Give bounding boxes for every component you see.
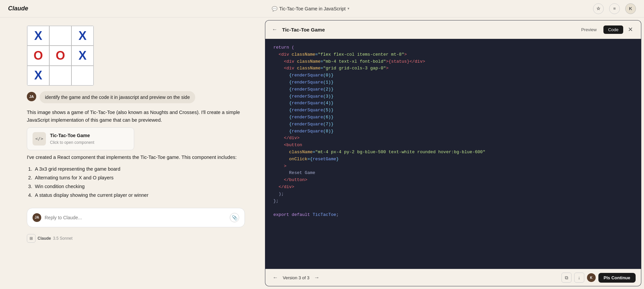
code-line: <div className="mb-4 text-xl font-bold">… (273, 58, 633, 65)
close-panel-button[interactable]: ✕ (625, 24, 636, 35)
code-line: </button> (273, 177, 633, 184)
rp-header-left: ← Tic-Tac-Toe Game (271, 25, 325, 34)
list-item: Win condition checking (34, 182, 245, 191)
right-panel-footer: ← Version 3 of 3 → ⧉ ↓ K Pls Continue (265, 269, 641, 286)
reply-avatar: JA (33, 213, 41, 222)
ttt-cell: X (71, 46, 94, 65)
ttt-cell: O (49, 46, 71, 65)
code-card-title: Tic-Tac-Toe Game (50, 132, 94, 139)
code-line: > (273, 163, 633, 170)
list-item: A status display showing the current pla… (34, 191, 245, 199)
code-line: </div> (273, 184, 633, 191)
nav-left: Claude (8, 5, 28, 12)
code-tab[interactable]: Code (603, 25, 623, 34)
rp-header-right: Preview Code ✕ (577, 24, 636, 35)
toggle-sidebar-button[interactable]: ⊞ (27, 234, 36, 243)
code-line: onClick={resetGame} (273, 156, 633, 163)
right-panel-header: ← Tic-Tac-Toe Game Preview Code ✕ (265, 20, 641, 39)
ttt-cell (49, 66, 71, 85)
reply-input[interactable] (45, 215, 226, 220)
code-line: Reset Game (273, 170, 633, 177)
next-version-button[interactable]: → (312, 273, 322, 282)
code-line (273, 205, 633, 212)
code-line: export default TicTacToe; (273, 212, 633, 219)
brand-name: Claude (8, 5, 28, 12)
right-panel-title: Tic-Tac-Toe Game (282, 27, 325, 33)
code-line: {renderSquare(3)} (273, 93, 633, 100)
prev-version-button[interactable]: ← (271, 273, 280, 282)
download-button[interactable]: ↓ (574, 273, 584, 283)
code-line: return ( (273, 44, 633, 51)
code-line: {renderSquare(5)} (273, 107, 633, 114)
assistant-intro: This image shows a game of Tic-Tac-Toe (… (27, 109, 245, 124)
code-card-subtitle: Click to open component (50, 139, 94, 146)
user-message: JA identify the game and the code it in … (27, 91, 245, 103)
top-nav: Claude 💬 Tic-Tac-Toe Game in JavaScript … (0, 0, 644, 17)
ttt-cell: X (27, 26, 49, 46)
user-avatar-button[interactable]: K (625, 3, 636, 14)
assistant-followup: I've created a React component that impl… (27, 154, 245, 161)
attach-button[interactable]: 📎 (230, 213, 239, 222)
copy-button[interactable]: ⧉ (561, 273, 572, 283)
ttt-cell (49, 26, 71, 46)
code-line: {renderSquare(8)} (273, 128, 633, 135)
rp-footer-right: ⧉ ↓ K Pls Continue (561, 273, 636, 283)
code-line: }; (273, 198, 633, 205)
list-item: A 3x3 grid representing the game board (34, 165, 245, 173)
publish-button[interactable]: Pls Continue (598, 273, 636, 283)
star-button[interactable]: ☆ (593, 3, 604, 14)
chat-icon: 💬 (272, 6, 277, 11)
code-line: className="mt-4 px-4 py-2 bg-blue-500 te… (273, 149, 633, 156)
model-selector: ⊞ Claude 3.5 Sonnet (27, 234, 245, 243)
back-button[interactable]: ← (271, 25, 279, 34)
preview-tab[interactable]: Preview (577, 25, 601, 34)
code-line: {renderSquare(4)} (273, 100, 633, 107)
right-panel: ← Tic-Tac-Toe Game Preview Code ✕ return… (265, 20, 641, 286)
left-panel: XXOOXX JA identify the game and the code… (0, 17, 265, 289)
rp-footer-left: ← Version 3 of 3 → (271, 273, 322, 282)
model-name: Claude (38, 236, 51, 241)
model-version: 3.5 Sonnet (53, 236, 72, 241)
code-card-icon: </> (33, 132, 46, 146)
nav-center: 💬 Tic-Tac-Toe Game in JavaScript ▾ (272, 6, 350, 11)
chevron-down-icon: ▾ (347, 6, 350, 11)
code-line: </div> (273, 135, 633, 142)
code-line: {renderSquare(7)} (273, 121, 633, 128)
nav-title[interactable]: Tic-Tac-Toe Game in JavaScript (279, 6, 346, 11)
ttt-cell: X (27, 66, 49, 85)
code-card-text: Tic-Tac-Toe Game Click to open component (50, 132, 94, 146)
main-layout: XXOOXX JA identify the game and the code… (0, 17, 644, 289)
code-line: <button (273, 142, 633, 149)
user-avatar: JA (27, 92, 36, 101)
ttt-game-image: XXOOXX (27, 25, 94, 86)
list-item: Alternating turns for X and O players (34, 173, 245, 182)
code-display[interactable]: return ( <div className="flex flex-col i… (265, 39, 641, 269)
user-bubble: identify the game and the code it in jav… (40, 91, 195, 103)
settings-button[interactable]: ≡ (609, 3, 620, 14)
ttt-cell (71, 66, 94, 85)
assistant-response: This image shows a game of Tic-Tac-Toe (… (27, 109, 245, 200)
code-line: {renderSquare(1)} (273, 79, 633, 86)
ttt-cell: X (71, 26, 94, 46)
code-line: ); (273, 191, 633, 198)
code-line: {renderSquare(6)} (273, 114, 633, 121)
footer-avatar: K (587, 273, 596, 282)
code-line: {renderSquare(0)} (273, 72, 633, 79)
code-card[interactable]: </> Tic-Tac-Toe Game Click to open compo… (27, 127, 134, 150)
nav-right: ☆ ≡ K (593, 3, 636, 14)
code-line: {renderSquare(2)} (273, 86, 633, 93)
code-line: <div className="flex flex-col items-cent… (273, 51, 633, 58)
ttt-cell: O (27, 46, 49, 65)
version-label: Version 3 of 3 (283, 275, 310, 280)
reply-area: JA 📎 (27, 208, 245, 227)
code-line: <div className="grid grid-cols-3 gap-0"> (273, 65, 633, 72)
feature-list: A 3x3 grid representing the game boardAl… (27, 165, 245, 199)
